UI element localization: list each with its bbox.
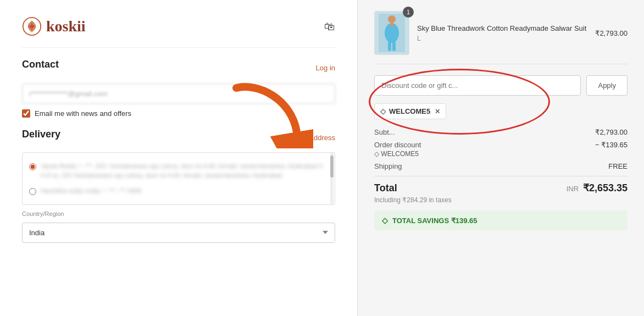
- login-link[interactable]: Log in: [316, 64, 335, 72]
- coupon-tag-code: WELCOME5: [389, 107, 430, 115]
- contact-section: Contact Log in Email me with news and of…: [22, 59, 335, 118]
- address-list-box: Vipula Reddy, *, ***, S/O: Venkateswara …: [22, 152, 335, 205]
- address-text-1: Vipula Reddy, *, ***, S/O: Venkateswara …: [41, 162, 328, 180]
- country-label: Country/Region: [22, 210, 335, 217]
- scrollbar-thumb[interactable]: [330, 156, 334, 178]
- svg-rect-10: [392, 41, 396, 51]
- total-label: Total: [374, 182, 397, 194]
- order-discount-value: − ₹139.65: [595, 141, 628, 158]
- discount-row: Apply: [374, 75, 628, 96]
- savings-text: TOTAL SAVINGS ₹139.65: [392, 217, 477, 225]
- svg-rect-9: [388, 41, 391, 51]
- address-text-2: Harshitha reddy reddy, *, ***, *** 0000: [41, 186, 141, 196]
- delivery-section: Delivery Add new address Vipula Reddy, *…: [22, 129, 335, 243]
- delivery-header: Delivery Add new address: [22, 129, 335, 147]
- right-panel: 1 Sky Blue Threadwork Cotton Readymade S…: [357, 0, 644, 316]
- discount-section: Apply ◇ WELCOME5 ✕: [374, 75, 628, 119]
- savings-icon: ◇: [382, 216, 388, 225]
- savings-bar: ◇ TOTAL SAVINGS ₹139.65: [374, 210, 628, 230]
- header: koskii 🛍: [22, 11, 335, 48]
- product-name: Sky Blue Threadwork Cotton Readymade Sal…: [417, 24, 587, 34]
- applied-coupon-tag: ◇ WELCOME5 ✕: [374, 103, 446, 119]
- koskii-logo-icon: [22, 16, 42, 36]
- apply-coupon-button[interactable]: Apply: [586, 75, 628, 96]
- discount-code-input[interactable]: [374, 75, 581, 96]
- order-discount-label: Order discount ◇ WELCOME5: [374, 141, 421, 158]
- address-radio-1[interactable]: [29, 163, 36, 170]
- email-optin-label: Email me with news and offers: [35, 109, 131, 118]
- address-option-1[interactable]: Vipula Reddy, *, ***, S/O: Venkateswara …: [29, 158, 328, 183]
- total-row: Total INR ₹2,653.35: [374, 182, 628, 194]
- svg-rect-8: [390, 23, 393, 26]
- shipping-label: Shipping: [374, 162, 402, 170]
- logo-text: koskii: [46, 18, 86, 35]
- svg-point-6: [388, 15, 396, 23]
- subtotal-label: Subt...: [374, 128, 395, 136]
- coupon-tag-icon: ◇: [380, 107, 386, 115]
- product-img-svg: [379, 14, 405, 52]
- email-optin-row: Email me with news and offers: [22, 109, 335, 118]
- total-value: ₹2,653.35: [583, 182, 628, 193]
- total-value-group: INR ₹2,653.35: [567, 182, 628, 194]
- country-select[interactable]: India: [22, 223, 335, 243]
- subtotal-value: ₹2,793.00: [595, 128, 628, 136]
- delivery-title: Delivery: [22, 129, 60, 140]
- logo-area: koskii: [22, 16, 86, 36]
- email-input[interactable]: [22, 84, 335, 104]
- order-discount-code: ◇ WELCOME5: [374, 150, 421, 158]
- email-optin-checkbox[interactable]: [22, 109, 30, 118]
- coupon-tag-row: ◇ WELCOME5 ✕: [374, 103, 628, 119]
- cart-icon[interactable]: 🛍: [324, 20, 335, 33]
- product-info: Sky Blue Threadwork Cotton Readymade Sal…: [417, 24, 587, 42]
- total-currency: INR: [567, 185, 579, 193]
- add-new-address-link[interactable]: Add new address: [280, 134, 335, 142]
- summary-divider: [374, 176, 628, 176]
- product-item: 1 Sky Blue Threadwork Cotton Readymade S…: [374, 11, 628, 64]
- contact-title: Contact: [22, 59, 59, 70]
- tax-note: Including ₹284.29 in taxes: [374, 196, 628, 204]
- product-quantity-badge: 1: [403, 7, 414, 18]
- product-price: ₹2,793.00: [595, 29, 628, 37]
- country-wrapper: Country/Region India: [22, 210, 335, 243]
- discount-row-summary: Order discount ◇ WELCOME5 − ₹139.65: [374, 141, 628, 158]
- product-variant: L: [417, 35, 587, 42]
- coupon-remove-button[interactable]: ✕: [435, 108, 440, 115]
- product-image: [374, 11, 409, 55]
- address-radio-2[interactable]: [29, 188, 36, 195]
- shipping-value: FREE: [608, 162, 628, 170]
- product-image-wrapper: 1: [374, 11, 409, 55]
- left-panel: koskii 🛍 Contact Log in Email me with ne…: [0, 0, 357, 316]
- subtotal-row: Subt... ₹2,793.00: [374, 128, 628, 136]
- scrollbar-track[interactable]: [330, 153, 334, 204]
- shipping-row: Shipping FREE: [374, 162, 628, 170]
- address-option-2[interactable]: Harshitha reddy reddy, *, ***, *** 0000: [29, 183, 328, 199]
